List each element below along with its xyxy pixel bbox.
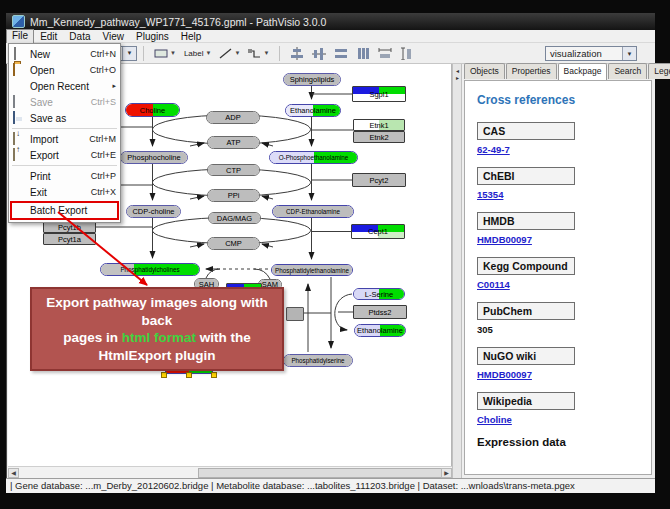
- selection-handle[interactable]: [161, 372, 167, 378]
- pathway-node-choline[interactable]: Choline: [125, 103, 180, 117]
- distribute-vertical-button[interactable]: [352, 45, 374, 62]
- visualization-combobox[interactable]: visualization ▼: [545, 46, 637, 61]
- node-label: DAG/MAG: [209, 213, 260, 223]
- node-label: Phosphatidylcholines: [101, 264, 199, 275]
- node-label: CTP: [208, 165, 259, 175]
- splitter-collapse-icon[interactable]: ◂▸: [454, 68, 461, 82]
- pathway-node-cept1[interactable]: Cept1: [351, 224, 405, 239]
- pane-splitter[interactable]: ◂▸: [452, 64, 462, 478]
- pathway-node-cdp-choline[interactable]: CDP-choline: [126, 205, 181, 218]
- pathway-node-ethanolamine[interactable]: Ethanolamine: [285, 104, 341, 117]
- menu-item-new[interactable]: NewCtrl+N: [9, 46, 120, 62]
- menu-item-label: Save as: [30, 113, 110, 124]
- pathway-node-ethanolamine[interactable]: Ethanolamine: [354, 324, 406, 337]
- menu-item-open-recent[interactable]: Open Recent▸: [9, 78, 120, 94]
- menubar-item-edit[interactable]: Edit: [34, 30, 63, 43]
- crossref-id-link[interactable]: 15354: [477, 189, 651, 200]
- node-label: Ptdss2: [354, 306, 406, 318]
- title-bar[interactable]: Mm_Kennedy_pathway_WP1771_45176.gpml - P…: [6, 13, 655, 30]
- menubar-item-file[interactable]: File: [6, 29, 34, 44]
- pathway-node-phosphatidylcholines[interactable]: Phosphatidylcholines: [100, 263, 200, 276]
- pathway-node-sgpl1[interactable]: Sgpl1: [352, 86, 406, 102]
- tab-objects[interactable]: Objects: [464, 63, 505, 79]
- tab-legend[interactable]: Legend: [648, 63, 670, 79]
- pathway-node-sphingolipids[interactable]: Sphingolipids: [283, 73, 341, 86]
- connector-tool-button[interactable]: ▼: [244, 46, 273, 61]
- menu-item-save[interactable]: SaveCtrl+S: [9, 94, 120, 110]
- pathway-node-l-serine[interactable]: L-Serine: [353, 288, 405, 300]
- pathway-node-dag-mag[interactable]: DAG/MAG: [208, 212, 261, 224]
- selection-handle[interactable]: [211, 372, 217, 378]
- menubar-item-help[interactable]: Help: [175, 30, 208, 43]
- pathway-node-etnk1[interactable]: Etnk1: [353, 119, 405, 131]
- match-height-icon: [400, 47, 414, 60]
- match-height-button[interactable]: [396, 45, 418, 62]
- menubar-item-plugins[interactable]: Plugins: [130, 30, 175, 43]
- chevron-down-icon[interactable]: ▼: [205, 50, 211, 56]
- crossref-id-link[interactable]: C00114: [477, 279, 651, 290]
- menu-item-exit[interactable]: ExitCtrl+X: [9, 184, 120, 200]
- canvas-horizontal-scrollbar[interactable]: ◀ ▶: [8, 466, 452, 478]
- menu-item-open[interactable]: OpenCtrl+O: [9, 62, 120, 78]
- scroll-right-icon[interactable]: ▶: [441, 468, 452, 478]
- chevron-down-icon[interactable]: ▼: [622, 47, 636, 60]
- crossref-list: CAS62-49-7ChEBI15354HMDBHMDB00097Kegg Co…: [477, 121, 651, 425]
- pathway-node-phosphatidylserine[interactable]: Phosphatidylserine: [283, 354, 353, 367]
- menu-bar: FileEditDataViewPluginsHelp: [6, 30, 655, 43]
- pathway-node-ptdss2[interactable]: Ptdss2: [353, 305, 407, 319]
- crossref-id-link[interactable]: HMDB00097: [477, 234, 651, 245]
- match-width-button[interactable]: [374, 45, 396, 62]
- menu-item-export[interactable]: ExportCtrl+E: [9, 147, 120, 163]
- blank-icon: [12, 186, 26, 198]
- chevron-down-icon[interactable]: ▼: [263, 50, 269, 56]
- scrollbar-thumb[interactable]: [198, 468, 448, 478]
- align-center-icon: [290, 47, 304, 60]
- backpage-panel[interactable]: Cross references CAS62-49-7ChEBI15354HMD…: [464, 80, 652, 475]
- pathway-node-etnk2[interactable]: Etnk2: [353, 131, 405, 143]
- crossref-id-link[interactable]: HMDB00097: [477, 369, 651, 380]
- menubar-item-view[interactable]: View: [96, 30, 130, 43]
- menubar-item-data[interactable]: Data: [63, 30, 96, 43]
- submenu-arrow-icon: ▸: [112, 82, 116, 90]
- chevron-down-icon[interactable]: ▼: [122, 47, 136, 60]
- chevron-down-icon[interactable]: ▼: [170, 50, 176, 56]
- chevron-down-icon[interactable]: ▼: [234, 50, 240, 56]
- pathway-node-ppi[interactable]: PPi: [207, 189, 260, 202]
- pathway-node-o-phosphoethanolamine[interactable]: O-Phosphoethanolamine: [269, 151, 358, 164]
- pathway-node-phosphatidylethanolamine[interactable]: Phosphatidylethanolamine: [271, 264, 353, 276]
- menu-item-label: New: [30, 49, 84, 60]
- crossref-id-link[interactable]: 62-49-7: [477, 144, 651, 155]
- menu-item-print[interactable]: PrintCtrl+P: [9, 168, 120, 184]
- tab-properties[interactable]: Properties: [506, 63, 557, 79]
- match-width-icon: [378, 47, 392, 60]
- pathway-node[interactable]: [286, 307, 304, 321]
- menu-item-import[interactable]: ImportCtrl+M: [9, 131, 120, 147]
- align-middle-button[interactable]: [308, 45, 330, 62]
- label-button[interactable]: Label ▼: [180, 47, 216, 60]
- pathway-node-cmp[interactable]: CMP: [207, 237, 260, 250]
- align-center-button[interactable]: [286, 45, 308, 62]
- pathway-node-atp[interactable]: ATP: [207, 136, 260, 149]
- node-label: L-Serine: [354, 289, 404, 299]
- tab-backpage[interactable]: Backpage: [558, 63, 608, 80]
- node-label: Phosphocholine: [121, 152, 187, 163]
- pathway-node-phosphocholine[interactable]: Phosphocholine: [120, 151, 188, 164]
- selection-handle[interactable]: [186, 372, 192, 378]
- distribute-horizontal-button[interactable]: [330, 45, 352, 62]
- app-icon: [12, 15, 25, 28]
- pathway-node-pcyt2[interactable]: Pcyt2: [352, 173, 406, 187]
- distribute-horizontal-icon: [334, 47, 348, 60]
- node-label: ATP: [208, 137, 259, 148]
- pathway-node-pcyt1a[interactable]: Pcyt1a: [43, 233, 96, 245]
- pathway-node-cdp-ethanolamine[interactable]: CDP-Ethanolamine: [272, 205, 354, 218]
- pathway-node-adp[interactable]: ADP: [206, 111, 260, 124]
- menu-item-batch-export[interactable]: Batch Export: [10, 201, 119, 220]
- menu-item-label: Exit: [30, 187, 85, 198]
- line-tool-button[interactable]: ▼: [215, 46, 244, 61]
- datanode-button[interactable]: ▼: [150, 46, 180, 61]
- crossref-id-link[interactable]: Choline: [477, 414, 651, 425]
- scroll-left-icon[interactable]: ◀: [8, 468, 19, 478]
- pathway-node-ctp[interactable]: CTP: [207, 164, 260, 176]
- tab-search[interactable]: Search: [608, 63, 647, 79]
- menu-item-save-as[interactable]: Save as: [9, 110, 120, 126]
